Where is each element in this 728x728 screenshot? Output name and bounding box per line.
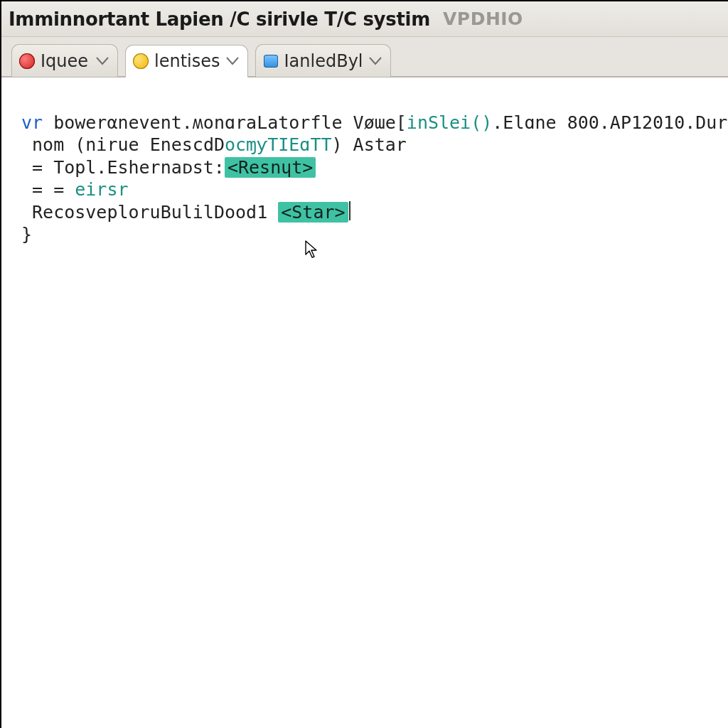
blue-box-icon [263,53,279,69]
tab-label: Iquee [41,51,88,71]
code-line-5: RecosveploruBulilDood1 <Star> [21,202,350,223]
tab-bar: Iquee lentises IanledByl [1,37,728,77]
code-line-2: nom (nirue EnescdDocɱƴTIEɑTT) Astar [21,134,407,155]
tab-lentises[interactable]: lentises [125,45,248,77]
app-window: Imminnortant Lapien /C sirivle T/C systi… [0,0,728,728]
text-caret [349,201,350,220]
red-circle-icon [19,53,35,69]
highlight-result: <Resnɥt> [225,157,316,178]
chevron-down-icon[interactable] [226,57,239,65]
code-editor[interactable]: vr bowerαnevent.ʍonɑraLatorfle Vøɯe[inSl… [1,77,728,728]
tab-iquee[interactable]: Iquee [11,44,118,77]
code-line-6: } [21,224,32,245]
chevron-down-icon[interactable] [96,57,109,65]
code-line-1: vr bowerαnevent.ʍonɑraLatorfle Vøɯe[inSl… [21,112,728,133]
code-line-3: = Topl.Eshernaᴅst:<Resnɥt> [21,157,316,178]
tab-label: IanledByl [284,51,363,71]
mouse-pointer-icon [305,196,318,214]
title-bar: Imminnortant Lapien /C sirivle T/C systi… [1,1,728,37]
yellow-face-icon [133,53,149,69]
tab-label: lentises [154,51,220,71]
chevron-down-icon[interactable] [369,57,382,65]
window-title: Imminnortant Lapien /C sirivle T/C systi… [9,9,430,30]
tab-ianledbyl[interactable]: IanledByl [255,44,391,77]
code-line-4: = = eirsr [21,179,129,200]
window-subtitle: VPDHIO [443,9,523,29]
